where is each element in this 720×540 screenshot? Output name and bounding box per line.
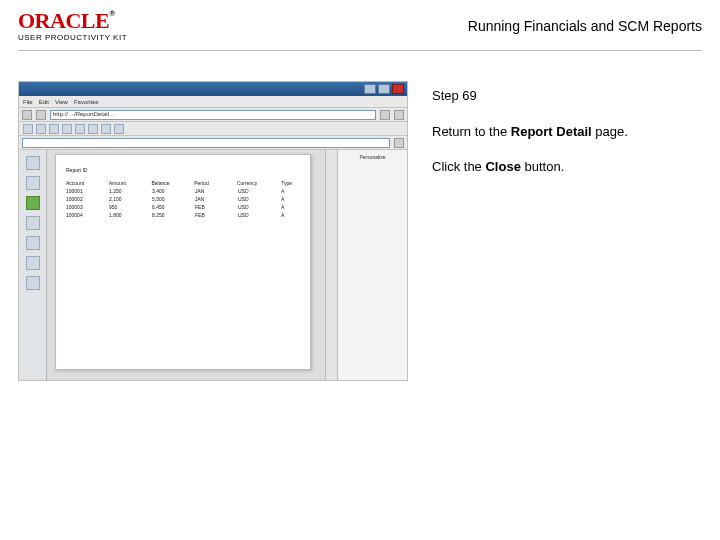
instruction-line-2: Click the Close button. [432,158,628,176]
cell: 1,800 [109,212,128,218]
toolbar-icon[interactable] [36,124,46,134]
toolbar-icon[interactable] [114,124,124,134]
toolbar-icon[interactable] [88,124,98,134]
cell: 100001 [66,188,85,194]
cell: USD [238,212,257,218]
sidebar-icon[interactable] [26,156,40,170]
go-button[interactable] [380,110,390,120]
sidebar-icon[interactable] [26,196,40,210]
menu-item[interactable]: File [23,99,33,105]
col-header: Balance [151,180,170,186]
cell: A [281,196,300,202]
cell: JAN [195,188,214,194]
cell: 950 [109,204,128,210]
instruction-line-1: Return to the Report Detail page. [432,123,628,141]
cell: 100004 [66,212,85,218]
vendor-name: ORACLE® [18,10,127,32]
toolbar-icon[interactable] [23,124,33,134]
forward-button[interactable] [36,110,46,120]
maximize-button[interactable] [378,84,390,94]
content-row: File Edit View Favorites http://…/Report… [0,51,720,381]
cell: A [281,212,300,218]
embedded-screenshot: File Edit View Favorites http://…/Report… [18,81,408,381]
cell: USD [238,196,257,202]
report-page: Report ID Account Amount Balance Period … [55,154,311,370]
cell: FEB [195,212,214,218]
col-header: Account [66,180,85,186]
toolbar-icon[interactable] [49,124,59,134]
col-header: Period [194,180,213,186]
text: Click the [432,159,485,174]
search-icon[interactable] [394,110,404,120]
cell: 3,400 [152,188,171,194]
text: Return to the [432,124,511,139]
cell: 1,250 [109,188,128,194]
vendor-text: ORACLE [18,8,109,33]
tab-action-icon[interactable] [394,138,404,148]
cell: 100003 [66,204,85,210]
tab-strip [19,136,407,150]
right-panel-label[interactable]: Personalize [359,154,385,160]
cell: 100002 [66,196,85,202]
page-header: ORACLE® USER PRODUCTIVITY KIT Running Fi… [0,0,720,46]
table-header-row: Account Amount Balance Period Currency T… [66,179,300,187]
document-title: Running Financials and SCM Reports [468,18,702,34]
cell: A [281,188,300,194]
table-row: 100001 1,250 3,400 JAN USD A [66,187,300,195]
col-header: Type [281,180,300,186]
text: button. [521,159,564,174]
sidebar-icon[interactable] [26,256,40,270]
window-menubar: File Edit View Favorites [19,96,407,108]
sidebar-icon[interactable] [26,236,40,250]
step-instructions: Step 69 Return to the Report Detail page… [432,81,628,194]
right-panel: Personalize [337,150,407,380]
secondary-address[interactable] [22,138,390,148]
menu-item[interactable]: Favorites [74,99,99,105]
text: page. [592,124,628,139]
emphasis: Report Detail [511,124,592,139]
oracle-logo: ORACLE® USER PRODUCTIVITY KIT [18,10,127,42]
step-number: Step 69 [432,87,628,105]
report-id-label: Report ID [66,167,87,173]
report-header: Report ID [66,167,300,173]
table-row: 100002 2,100 5,500 JAN USD A [66,195,300,203]
address-input[interactable]: http://…/ReportDetail… [50,110,376,120]
col-header: Currency [237,180,257,186]
cell: 8,250 [152,212,171,218]
product-name: USER PRODUCTIVITY KIT [18,34,127,42]
minimize-button[interactable] [364,84,376,94]
emphasis: Close [485,159,520,174]
viewer-sidebar [19,150,47,380]
cell: 2,100 [109,196,128,202]
cell: FEB [195,204,214,210]
cell: 5,500 [152,196,171,202]
window-titlebar [19,82,407,96]
menu-item[interactable]: Edit [39,99,49,105]
toolbar-icon[interactable] [62,124,72,134]
cell: A [281,204,300,210]
cell: JAN [195,196,214,202]
toolbar-icon[interactable] [75,124,85,134]
vertical-scrollbar[interactable] [325,150,337,380]
browser-toolbar [19,122,407,136]
sidebar-icon[interactable] [26,176,40,190]
menu-item[interactable]: View [55,99,68,105]
trademark: ® [109,9,114,18]
cell: USD [238,204,257,210]
table-row: 100003 950 6,450 FEB USD A [66,203,300,211]
back-button[interactable] [22,110,32,120]
toolbar-icon[interactable] [101,124,111,134]
address-bar-row: http://…/ReportDetail… [19,108,407,122]
cell: USD [238,188,257,194]
report-viewer: Report ID Account Amount Balance Period … [19,150,407,380]
col-header: Amount [109,180,128,186]
table-row: 100004 1,800 8,250 FEB USD A [66,211,300,219]
sidebar-icon[interactable] [26,276,40,290]
close-button[interactable] [392,84,404,94]
sidebar-icon[interactable] [26,216,40,230]
cell: 6,450 [152,204,171,210]
